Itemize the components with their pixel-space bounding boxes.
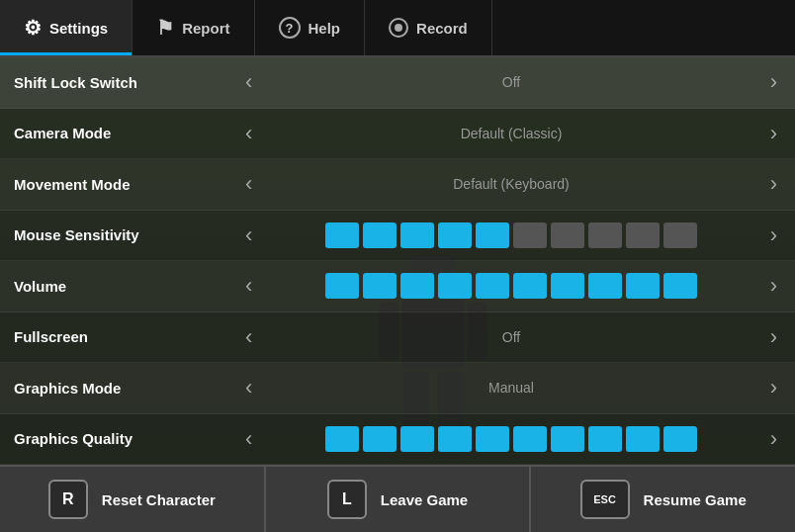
vol-block-1 (325, 273, 359, 299)
graphics-mode-value: Manual (264, 380, 757, 396)
block-2 (363, 222, 397, 248)
block-7 (551, 222, 584, 248)
gq-block-6 (513, 426, 547, 452)
leave-game-label: Leave Game (381, 491, 468, 508)
block-3 (400, 222, 434, 248)
leave-game-key: L (327, 480, 367, 519)
movement-mode-next[interactable]: › (766, 173, 781, 195)
tab-settings-label: Settings (49, 20, 108, 37)
graphics-mode-control: ‹ Manual › (241, 377, 781, 399)
tab-report-label: Report (182, 20, 229, 37)
block-6 (513, 222, 547, 248)
camera-mode-prev[interactable]: ‹ (241, 123, 256, 144)
gq-block-5 (476, 426, 509, 452)
gear-icon: ⚙ (24, 16, 42, 40)
graphics-mode-label: Graphics Mode (14, 380, 241, 397)
shift-lock-switch-control: ‹ Off › (241, 71, 781, 93)
resume-game-label: Resume Game (644, 491, 747, 508)
shift-lock-switch-next[interactable]: › (766, 71, 781, 93)
mouse-sensitivity-control: ‹ › (241, 222, 781, 248)
nav-tabs: ⚙ Settings ⚑ Report ? Help Record (0, 0, 795, 57)
flag-icon: ⚑ (156, 16, 174, 40)
block-1 (325, 222, 359, 248)
settings-rows: Shift Lock Switch ‹ Off › Camera Mode ‹ … (0, 57, 795, 465)
resume-game-button[interactable]: ESC Resume Game (531, 467, 795, 532)
gq-block-3 (400, 426, 434, 452)
fullscreen-label: Fullscreen (14, 328, 241, 345)
setting-row-camera-mode: Camera Mode ‹ Default (Classic) › (0, 109, 795, 160)
fullscreen-prev[interactable]: ‹ (241, 326, 256, 348)
shift-lock-switch-value: Off (264, 74, 757, 90)
vol-block-10 (663, 273, 697, 299)
gq-block-10 (663, 426, 697, 452)
vol-block-9 (626, 273, 660, 299)
tab-report[interactable]: ⚑ Report (132, 0, 254, 55)
mouse-sensitivity-next[interactable]: › (766, 224, 781, 246)
tab-help[interactable]: ? Help (255, 0, 366, 55)
setting-row-volume: Volume ‹ › (0, 261, 795, 312)
help-icon: ? (279, 17, 301, 39)
setting-row-shift-lock-switch: Shift Lock Switch ‹ Off › (0, 57, 795, 109)
vol-block-8 (588, 273, 622, 299)
graphics-mode-prev[interactable]: ‹ (241, 377, 256, 399)
camera-mode-label: Camera Mode (14, 125, 241, 141)
vol-block-5 (476, 273, 509, 299)
volume-next[interactable]: › (766, 275, 781, 297)
vol-block-4 (438, 273, 472, 299)
gq-block-7 (551, 426, 584, 452)
camera-mode-next[interactable]: › (766, 123, 781, 144)
movement-mode-label: Movement Mode (14, 176, 241, 193)
shift-lock-switch-prev[interactable]: ‹ (241, 71, 256, 93)
reset-character-label: Reset Character (102, 491, 216, 508)
volume-label: Volume (14, 278, 241, 295)
gq-block-1 (325, 426, 359, 452)
tab-settings[interactable]: ⚙ Settings (0, 0, 132, 55)
fullscreen-value: Off (264, 329, 757, 345)
reset-character-key: R (48, 480, 88, 519)
graphics-quality-label: Graphics Quality (14, 430, 241, 447)
setting-row-graphics-mode: Graphics Mode ‹ Manual › (0, 363, 795, 414)
tab-record[interactable]: Record (365, 0, 492, 55)
graphics-quality-blocks (264, 426, 757, 452)
vol-block-7 (551, 273, 584, 299)
gq-block-8 (588, 426, 622, 452)
block-4 (438, 222, 472, 248)
reset-character-button[interactable]: R Reset Character (0, 467, 266, 532)
gq-block-4 (438, 426, 472, 452)
mouse-sensitivity-prev[interactable]: ‹ (241, 224, 256, 246)
vol-block-6 (513, 273, 547, 299)
block-8 (588, 222, 622, 248)
graphics-quality-next[interactable]: › (766, 428, 781, 450)
block-5 (476, 222, 509, 248)
movement-mode-value: Default (Keyboard) (264, 176, 757, 192)
tab-record-label: Record (416, 20, 468, 37)
record-icon (389, 18, 408, 38)
volume-blocks (264, 273, 757, 299)
resume-game-key: ESC (580, 480, 630, 519)
camera-mode-value: Default (Classic) (264, 126, 757, 141)
movement-mode-prev[interactable]: ‹ (241, 173, 256, 195)
volume-prev[interactable]: ‹ (241, 275, 256, 297)
setting-row-mouse-sensitivity: Mouse Sensitivity ‹ › (0, 211, 795, 262)
setting-row-movement-mode: Movement Mode ‹ Default (Keyboard) › (0, 159, 795, 211)
graphics-mode-next[interactable]: › (766, 377, 781, 399)
vol-block-2 (363, 273, 397, 299)
setting-row-fullscreen: Fullscreen ‹ Off › (0, 312, 795, 364)
graphics-quality-prev[interactable]: ‹ (241, 428, 256, 450)
fullscreen-next[interactable]: › (766, 326, 781, 348)
camera-mode-control: ‹ Default (Classic) › (241, 123, 781, 144)
settings-panel: ⚙ Settings ⚑ Report ? Help Record Shift … (0, 0, 795, 532)
graphics-quality-control: ‹ › (241, 426, 781, 452)
leave-game-button[interactable]: L Leave Game (266, 467, 532, 532)
fullscreen-control: ‹ Off › (241, 326, 781, 348)
mouse-sensitivity-blocks (264, 222, 757, 248)
block-9 (626, 222, 660, 248)
block-10 (663, 222, 697, 248)
bottom-buttons: R Reset Character L Leave Game ESC Resum… (0, 465, 795, 532)
gq-block-9 (626, 426, 660, 452)
tab-help-label: Help (309, 20, 341, 37)
vol-block-3 (400, 273, 434, 299)
shift-lock-switch-label: Shift Lock Switch (14, 74, 241, 91)
gq-block-2 (363, 426, 397, 452)
setting-row-graphics-quality: Graphics Quality ‹ › (0, 414, 795, 466)
